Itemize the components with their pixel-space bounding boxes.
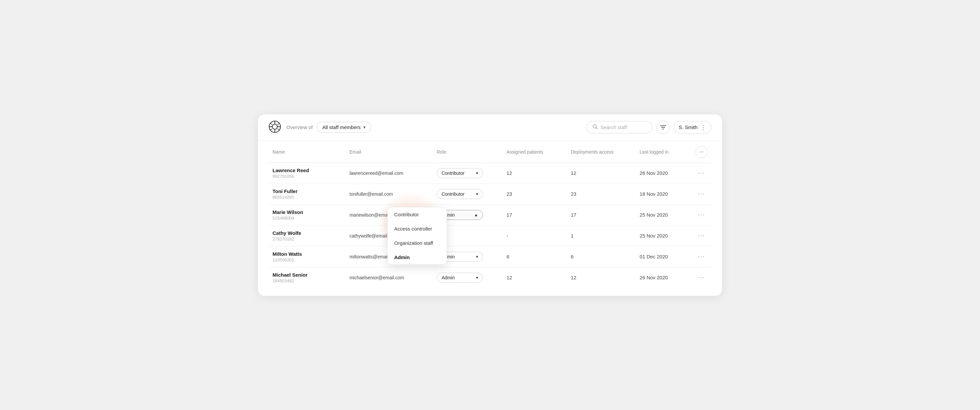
dropdown-item-admin[interactable]: Admin: [388, 250, 447, 264]
dropdown-item-contributor[interactable]: Contributor: [388, 207, 447, 222]
role-label: Contributor: [442, 171, 465, 176]
col-email: Email: [345, 140, 433, 163]
user-menu-icon: ⋮: [700, 124, 706, 131]
deployments-access-cell: 12: [567, 163, 636, 183]
row-more-button[interactable]: ···: [695, 273, 708, 282]
col-name: Name: [269, 140, 345, 163]
deployments-access-cell: 17: [567, 204, 636, 225]
col-last-logged-in: Last logged in: [636, 140, 691, 163]
staff-role-cell: Contributor ▾: [433, 183, 503, 204]
staff-email-cell: lawrencereed@email.com: [345, 163, 433, 183]
staff-role-cell: Contributor ▾: [433, 163, 503, 183]
deployments-access-cell: 12: [567, 267, 636, 288]
staff-name: Lawrence Reed: [272, 168, 342, 173]
staff-name: Michael Senior: [272, 272, 342, 278]
role-dropdown-button[interactable]: Admin ▾: [437, 273, 483, 282]
staff-name-cell: Michael Senior 184503482: [272, 272, 342, 283]
col-deployments-access: Deployments access: [567, 140, 636, 163]
row-actions-cell: ···: [691, 267, 711, 288]
last-logged-in-cell: 25 Nov 2020: [636, 204, 691, 225]
staff-name: Milton Watts: [272, 251, 342, 257]
assigned-patients-cell: 23: [503, 183, 567, 204]
chevron-down-icon: ▾: [476, 171, 478, 175]
row-actions-cell: ···: [691, 204, 711, 225]
row-more-button[interactable]: ···: [695, 168, 708, 178]
table-more-options-button[interactable]: ···: [695, 146, 708, 158]
last-logged-in-cell: 26 Nov 2020: [636, 267, 691, 288]
svg-line-6: [270, 123, 272, 125]
row-more-button[interactable]: ···: [695, 189, 708, 199]
deployments-access-cell: 23: [567, 183, 636, 204]
last-logged-in-cell: 25 Nov 2020: [636, 225, 691, 246]
svg-line-9: [277, 128, 280, 130]
staff-id: 515488004: [272, 215, 342, 220]
last-logged-in-cell: 18 Nov 2020: [636, 183, 691, 204]
svg-line-7: [277, 123, 280, 125]
table-header-row: Name Email Role Assigned patients Deploy…: [269, 140, 711, 163]
table-row: Milton Watts 110506201 miltonwatts@email…: [269, 246, 711, 267]
col-assigned-patients: Assigned patients: [503, 140, 567, 163]
staff-table: Name Email Role Assigned patients Deploy…: [269, 140, 711, 288]
search-placeholder: Search staff: [600, 124, 627, 130]
staff-id: 865514265: [272, 195, 342, 200]
table-row: Marie Wilson 515488004 mariewilson@email…: [269, 204, 711, 225]
staff-name-cell: Marie Wilson 515488004: [272, 209, 342, 220]
svg-line-11: [596, 128, 597, 129]
role-dropdown-overlay: Contributor Access controller Organizati…: [387, 207, 447, 265]
staff-name: Toni Fuller: [272, 188, 342, 194]
table-section: Name Email Role Assigned patients Deploy…: [258, 140, 722, 296]
svg-line-8: [270, 128, 272, 130]
deployments-access-cell: 1: [567, 225, 636, 246]
row-actions-cell: ···: [691, 183, 711, 204]
staff-id: 110506201: [272, 257, 342, 262]
last-logged-in-cell: 01 Dec 2020: [636, 246, 691, 267]
staff-id: 992751056: [272, 174, 342, 179]
filter-icon-button[interactable]: [656, 121, 670, 134]
staff-filter-label: All staff members: [322, 124, 361, 130]
chevron-down-icon: ▾: [476, 254, 478, 259]
row-more-button[interactable]: ···: [695, 210, 708, 220]
table-row: Lawrence Reed 992751056 lawrencereed@ema…: [269, 163, 711, 183]
role-dropdown-menu[interactable]: Contributor Access controller Organizati…: [387, 207, 447, 265]
dropdown-item-org-staff[interactable]: Organization staff: [388, 236, 447, 250]
chevron-down-icon: ▾: [476, 275, 478, 280]
logo-icon: [269, 120, 281, 134]
main-card: Overview of All staff members ▾ Search s…: [258, 115, 722, 296]
staff-filter-button[interactable]: All staff members ▾: [317, 122, 371, 133]
staff-email-cell: michaelsenior@email.com: [345, 267, 433, 288]
col-role: Role: [433, 140, 503, 163]
row-more-button[interactable]: ···: [695, 252, 708, 262]
staff-role-cell: Admin ▾: [433, 267, 503, 288]
staff-name-cell: Cathy Wolfe 278270182: [272, 230, 342, 241]
row-actions-cell: ···: [691, 246, 711, 267]
overview-label: Overview of: [286, 124, 313, 130]
row-actions-cell: ···: [691, 225, 711, 246]
dropdown-item-access-controller[interactable]: Access controller: [388, 222, 447, 236]
svg-point-1: [272, 124, 277, 129]
assigned-patients-cell: 6: [503, 246, 567, 267]
staff-email-cell: tonifuller@email.com: [345, 183, 433, 204]
assigned-patients-cell: 12: [503, 267, 567, 288]
header: Overview of All staff members ▾ Search s…: [258, 115, 722, 140]
staff-id: 184503482: [272, 278, 342, 283]
table-row: Cathy Wolfe 278270182 cathywolfe@email.c…: [269, 225, 711, 246]
deployments-access-cell: 6: [567, 246, 636, 267]
row-more-button[interactable]: ···: [695, 231, 708, 241]
col-actions: ···: [691, 140, 711, 163]
staff-name-cell: Lawrence Reed 992751056: [272, 168, 342, 179]
role-dropdown-button[interactable]: Contributor ▾: [437, 189, 483, 199]
search-box[interactable]: Search staff: [586, 121, 652, 133]
table-row: Michael Senior 184503482 michaelsenior@e…: [269, 267, 711, 288]
table-row: Toni Fuller 865514265 tonifuller@email.c…: [269, 183, 711, 204]
user-badge[interactable]: S. Smith ⋮: [674, 121, 711, 134]
staff-id: 278270182: [272, 236, 342, 241]
staff-name: Cathy Wolfe: [272, 230, 342, 236]
last-logged-in-cell: 26 Nov 2020: [636, 163, 691, 183]
user-name-label: S. Smith: [679, 124, 698, 130]
chevron-down-icon: ▾: [476, 192, 478, 196]
assigned-patients-cell: -: [503, 225, 567, 246]
staff-name: Marie Wilson: [272, 209, 342, 215]
role-dropdown-button[interactable]: Contributor ▾: [437, 168, 483, 178]
chevron-down-icon: ▾: [363, 125, 366, 130]
assigned-patients-cell: 17: [503, 204, 567, 225]
